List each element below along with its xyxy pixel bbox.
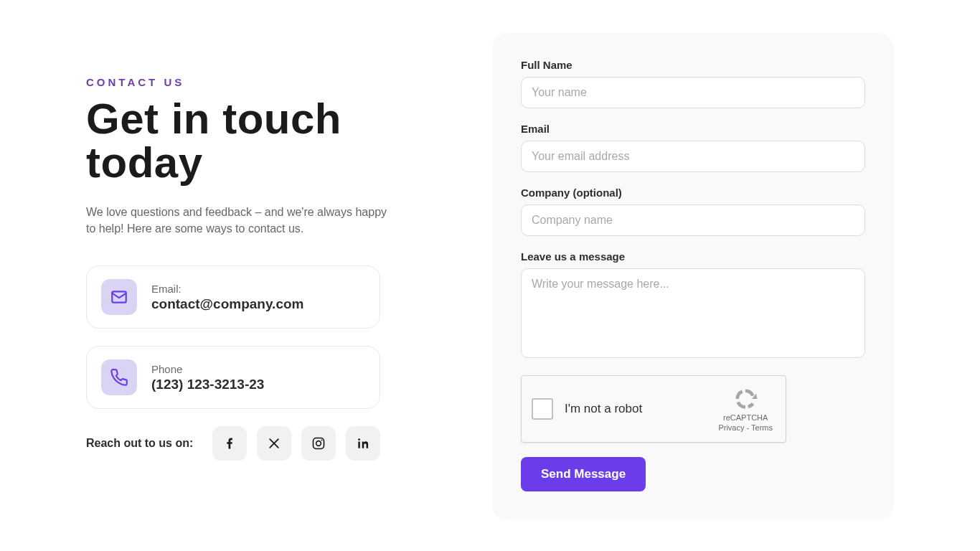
email-field-label: Email [521,123,865,135]
recaptcha-icon [732,386,758,412]
phone-icon [101,359,137,395]
svg-point-4 [316,441,321,446]
svg-point-7 [358,438,360,441]
message-textarea[interactable] [521,268,865,358]
instagram-link[interactable] [301,426,336,461]
recaptcha-brand: reCAPTCHA [723,413,768,422]
socials-row: Reach out to us on: [86,426,380,461]
name-input[interactable] [521,77,865,108]
company-input[interactable] [521,204,865,236]
facebook-icon [222,436,237,451]
facebook-link[interactable] [212,426,247,461]
recaptcha-text: I'm not a robot [565,402,718,416]
send-message-button[interactable]: Send Message [521,457,646,491]
socials-label: Reach out to us on: [86,437,202,450]
email-contact-card: Email: contact@company.com [86,265,380,329]
page-title: Get in touch today [86,97,449,184]
recaptcha-terms-link[interactable]: Terms [751,423,773,432]
mail-icon [101,279,137,315]
contact-info-section: CONTACT US Get in touch today We love qu… [86,33,449,520]
phone-contact-card: Phone (123) 123-3213-23 [86,346,380,409]
svg-rect-6 [358,442,360,448]
section-eyebrow: CONTACT US [86,76,449,88]
name-label: Full Name [521,59,865,71]
phone-value: (123) 123-3213-23 [151,377,264,392]
instagram-icon [311,436,326,451]
linkedin-link[interactable] [346,426,380,461]
phone-label: Phone [151,363,264,375]
recaptcha-privacy-link[interactable]: Privacy [718,423,744,432]
x-link[interactable] [257,426,291,461]
recaptcha-links: Privacy - Terms [718,423,773,432]
x-icon [267,436,281,451]
company-label: Company (optional) [521,187,865,199]
svg-point-5 [321,440,323,441]
email-value: contact@company.com [151,296,303,312]
linkedin-icon [356,436,370,451]
email-label: Email: [151,283,303,295]
contact-form: Full Name Email Company (optional) Leave… [492,33,894,520]
recaptcha-widget: I'm not a robot reCAPTCHA Privacy - Term… [521,375,786,443]
recaptcha-checkbox[interactable] [532,398,553,420]
section-lead: We love questions and feedback – and we'… [86,204,387,237]
email-input[interactable] [521,141,865,172]
message-label: Leave us a message [521,250,865,263]
